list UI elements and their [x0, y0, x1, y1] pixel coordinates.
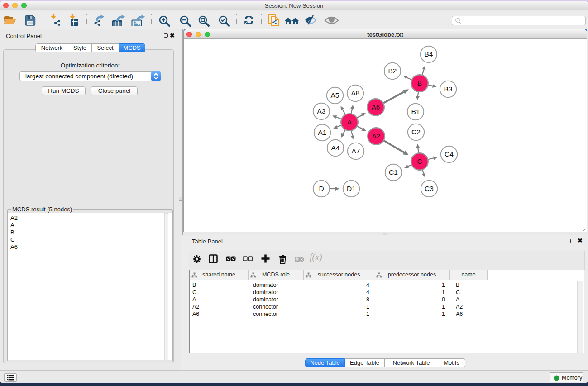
- svg-text:C3: C3: [425, 185, 434, 192]
- svg-text:A: A: [347, 118, 352, 126]
- svg-text:B4: B4: [425, 50, 433, 58]
- svg-text:A6: A6: [372, 103, 380, 111]
- svg-text:C1: C1: [389, 168, 398, 176]
- svg-text:A4: A4: [331, 144, 340, 152]
- svg-text:A3: A3: [317, 107, 326, 115]
- svg-text:A7: A7: [352, 147, 360, 155]
- svg-text:A5: A5: [331, 91, 339, 99]
- svg-text:A1: A1: [318, 129, 327, 136]
- svg-text:B3: B3: [444, 85, 453, 93]
- svg-text:C4: C4: [445, 150, 454, 158]
- svg-text:D1: D1: [347, 185, 356, 192]
- svg-text:C: C: [417, 157, 422, 165]
- svg-text:A2: A2: [372, 132, 380, 140]
- svg-text:B1: B1: [411, 108, 420, 115]
- svg-text:C2: C2: [411, 128, 421, 136]
- svg-text:B: B: [417, 79, 422, 87]
- svg-text:B2: B2: [388, 67, 397, 75]
- svg-text:A8: A8: [351, 89, 360, 97]
- svg-text:D: D: [319, 185, 324, 192]
